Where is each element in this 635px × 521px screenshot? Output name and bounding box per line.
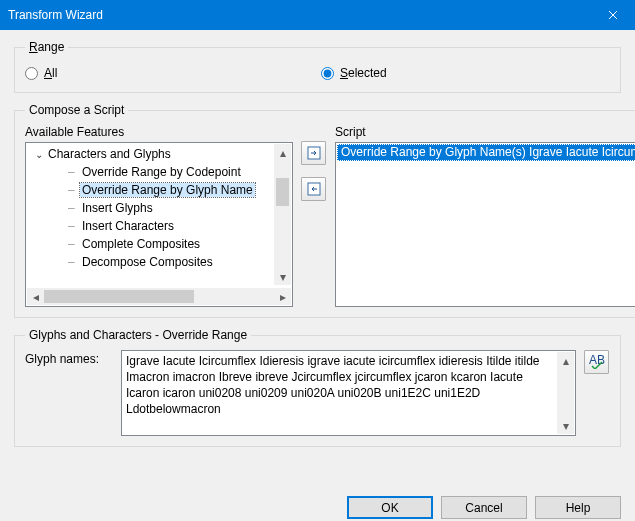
range-selected-label: Selected [340, 66, 387, 80]
script-item[interactable]: Override Range by Glyph Name(s) Igrave I… [337, 144, 635, 161]
collapse-icon[interactable]: ⌄ [32, 149, 46, 160]
compose-group: Compose a Script Available Features ⌄ Ch… [14, 103, 635, 318]
scroll-left-icon[interactable]: ◂ [27, 288, 44, 305]
help-button[interactable]: Help [535, 496, 621, 519]
arrow-right-icon [307, 146, 321, 160]
script-list[interactable]: Override Range by Glyph Name(s) Igrave I… [335, 142, 635, 307]
client-area: Range All Selected Compose a Script Avai… [0, 40, 635, 521]
range-legend: Range [25, 40, 68, 54]
tree-item[interactable]: –Decompose Composites [26, 253, 274, 271]
scroll-down-icon[interactable]: ▾ [274, 268, 291, 285]
range-group: Range All Selected [14, 40, 621, 93]
tree-hscrollbar[interactable]: ◂ ▸ [27, 288, 291, 305]
script-label: Script [335, 125, 635, 139]
glyphs-legend: Glyphs and Characters - Override Range [25, 328, 251, 342]
tree-item[interactable]: –Override Range by Codepoint [26, 163, 274, 181]
svg-text:ABC: ABC [589, 355, 605, 367]
scroll-up-icon[interactable]: ▴ [274, 144, 291, 161]
scroll-thumb[interactable] [44, 290, 194, 303]
tree-root[interactable]: ⌄ Characters and Glyphs [26, 145, 274, 163]
remove-from-script-button[interactable] [301, 177, 326, 201]
tree-vscrollbar[interactable]: ▴ ▾ [274, 144, 291, 285]
range-selected-radio[interactable] [321, 67, 334, 80]
add-to-script-button[interactable] [301, 141, 326, 165]
scroll-up-icon[interactable]: ▴ [557, 352, 574, 369]
glyph-names-textarea[interactable]: Igrave Iacute Icircumflex Idieresis igra… [121, 350, 576, 436]
glyph-names-label: Glyph names: [25, 350, 113, 366]
dialog-buttons: OK Cancel Help [347, 496, 621, 519]
spellcheck-icon: ABC [589, 355, 605, 369]
validate-button[interactable]: ABC [584, 350, 609, 374]
tree-item[interactable]: –Insert Glyphs [26, 199, 274, 217]
glyph-names-value: Igrave Iacute Icircumflex Idieresis igra… [126, 354, 540, 416]
textarea-vscrollbar[interactable]: ▴ ▾ [557, 352, 574, 434]
arrow-left-icon [307, 182, 321, 196]
features-label: Available Features [25, 125, 293, 139]
glyphs-group: Glyphs and Characters - Override Range G… [14, 328, 621, 447]
titlebar: Transform Wizard [0, 0, 635, 30]
window-title: Transform Wizard [8, 8, 590, 22]
close-button[interactable] [590, 0, 635, 30]
scroll-right-icon[interactable]: ▸ [274, 288, 291, 305]
features-tree[interactable]: ⌄ Characters and Glyphs –Override Range … [25, 142, 293, 307]
tree-item[interactable]: –Override Range by Glyph Name [26, 181, 274, 199]
range-all-label: All [44, 66, 57, 80]
compose-legend: Compose a Script [25, 103, 128, 117]
ok-button[interactable]: OK [347, 496, 433, 519]
close-icon [608, 10, 618, 20]
cancel-button[interactable]: Cancel [441, 496, 527, 519]
tree-item[interactable]: –Insert Characters [26, 217, 274, 235]
scroll-down-icon[interactable]: ▾ [557, 417, 574, 434]
range-all-radio[interactable] [25, 67, 38, 80]
scroll-thumb[interactable] [276, 178, 289, 206]
tree-item[interactable]: –Complete Composites [26, 235, 274, 253]
